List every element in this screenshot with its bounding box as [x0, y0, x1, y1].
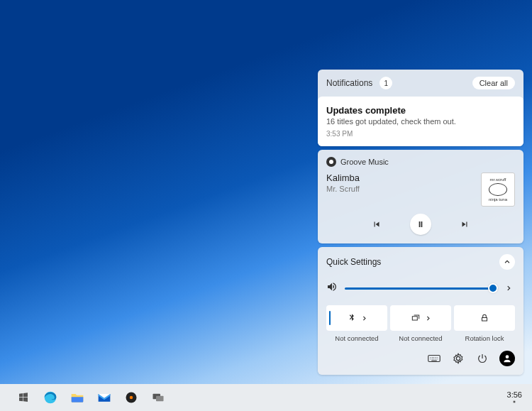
- clear-all-button[interactable]: Clear all: [472, 77, 515, 89]
- rotation-lock-tile[interactable]: [454, 305, 515, 331]
- media-playback-card: Groove Music Kalimba Mr. Scruff mr.scruf…: [318, 150, 523, 243]
- bluetooth-icon: [347, 313, 357, 323]
- action-center-panel: Notifications 1 Clear all Updates comple…: [318, 70, 523, 375]
- tray-overflow-icon: [511, 399, 517, 405]
- media-track-title: Kalimba: [326, 172, 360, 183]
- task-view-button[interactable]: [148, 387, 169, 408]
- media-track-info: Kalimba Mr. Scruff: [326, 172, 360, 207]
- windows-icon: [18, 392, 29, 403]
- bluetooth-tile[interactable]: [326, 305, 387, 331]
- notifications-card: Notifications 1 Clear all Updates comple…: [318, 70, 523, 146]
- pause-icon: [416, 219, 426, 229]
- taskbar-clock: 3:56: [507, 390, 522, 399]
- skip-next-icon: [460, 219, 470, 229]
- project-tile-label: Not connected: [399, 334, 442, 342]
- project-tile[interactable]: [390, 305, 451, 331]
- media-track-artist: Mr. Scruff: [326, 185, 360, 193]
- quick-settings-header: Quick Settings: [326, 254, 515, 270]
- keyboard-button[interactable]: [427, 351, 441, 366]
- power-icon: [477, 353, 488, 364]
- settings-button[interactable]: [451, 351, 465, 366]
- project-icon: [411, 313, 421, 323]
- rotation-lock-icon: [480, 313, 489, 323]
- volume-icon[interactable]: [326, 281, 338, 295]
- skip-previous-icon: [372, 219, 382, 229]
- task-view-icon: [152, 393, 165, 402]
- folder-icon: [70, 391, 84, 404]
- chevron-right-icon: [361, 315, 367, 322]
- previous-track-button[interactable]: [366, 214, 387, 235]
- album-art-text-bottom: ninja tuna: [489, 197, 507, 202]
- bluetooth-tile-label: Not connected: [335, 334, 378, 342]
- system-tray[interactable]: 3:56: [503, 390, 532, 405]
- media-app-header: Groove Music: [326, 157, 515, 167]
- next-track-button[interactable]: [454, 214, 475, 235]
- edge-taskbar-button[interactable]: [40, 387, 61, 408]
- collapse-button[interactable]: [499, 254, 515, 270]
- groove-music-icon: [326, 157, 336, 167]
- album-art-text-top: mr.scruff: [490, 177, 506, 182]
- music-app-icon: [125, 391, 138, 404]
- power-button[interactable]: [475, 351, 489, 366]
- user-icon: [502, 354, 512, 363]
- taskbar: 3:56: [0, 384, 532, 411]
- quick-settings-title: Quick Settings: [326, 257, 381, 267]
- volume-row: [326, 281, 515, 295]
- notification-timestamp: 3:53 PM: [326, 130, 515, 138]
- rotation-lock-tile-label: Rotation lock: [465, 334, 504, 342]
- mail-icon: [97, 391, 111, 404]
- file-explorer-taskbar-button[interactable]: [67, 387, 88, 408]
- notifications-title: Notifications: [326, 78, 372, 88]
- svg-rect-7: [514, 401, 516, 403]
- notifications-count-badge: 1: [379, 77, 392, 89]
- desktop: Notifications 1 Clear all Updates comple…: [0, 0, 532, 411]
- mail-taskbar-button[interactable]: [94, 387, 115, 408]
- volume-slider[interactable]: [345, 283, 498, 294]
- chevron-right-icon: [425, 315, 431, 322]
- media-controls: [326, 214, 515, 235]
- play-pause-button[interactable]: [410, 214, 431, 235]
- chevron-right-icon: [505, 285, 512, 292]
- start-button[interactable]: [13, 387, 34, 408]
- svg-rect-6: [156, 396, 164, 402]
- chevron-up-icon: [504, 258, 511, 265]
- svg-point-4: [130, 396, 133, 400]
- user-avatar[interactable]: [499, 351, 515, 366]
- edge-icon: [43, 390, 57, 405]
- groove-music-taskbar-button[interactable]: [121, 387, 142, 408]
- notification-body-text: 16 titles got updated, check them out.: [326, 117, 515, 126]
- svg-point-1: [506, 355, 509, 358]
- album-art: mr.scruff ninja tuna: [481, 172, 515, 207]
- media-app-name: Groove Music: [340, 158, 389, 166]
- gear-icon: [453, 353, 464, 364]
- quick-settings-footer: [326, 351, 515, 366]
- quick-settings-card: Quick Settings: [318, 247, 523, 375]
- volume-flyout-button[interactable]: [505, 282, 515, 295]
- notification-item[interactable]: Updates complete 16 titles got updated, …: [318, 97, 523, 146]
- notification-title: Updates complete: [326, 105, 515, 116]
- quick-settings-tiles: Not connected Not connected Rotation loc…: [326, 305, 515, 342]
- notifications-header: Notifications 1 Clear all: [318, 70, 523, 97]
- keyboard-icon: [428, 354, 440, 363]
